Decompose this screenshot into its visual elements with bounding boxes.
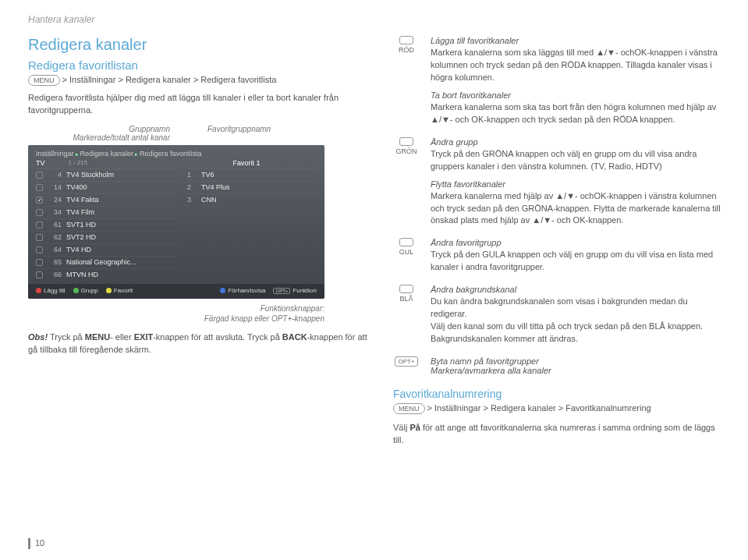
green-dot-icon <box>73 288 79 293</box>
screenshot-annotation-top: Gruppnamn Markerade/totalt antal kanar F… <box>28 125 371 142</box>
green-title-1: Ändra grupp <box>431 137 726 147</box>
fav-num: 2 <box>187 183 197 191</box>
channel-num: 62 <box>48 233 62 241</box>
list-item: 2TV4 Plus <box>187 181 317 193</box>
fav-name: TV6 <box>201 171 317 179</box>
channel-num: 65 <box>48 258 62 266</box>
channel-name: National Geographic... <box>66 258 176 266</box>
fav-num: 3 <box>187 196 197 204</box>
bottom-1: Välj <box>393 423 409 432</box>
obs-back: BACK <box>282 332 307 342</box>
path-text-2: > Inställningar > Redigera kanaler > Fav… <box>425 403 651 413</box>
bottom-2: för att ange att favoritkanalerna ska nu… <box>393 423 715 445</box>
fav-num: 1 <box>187 171 197 179</box>
obs-note: Obs! Tryck på MENU- eller EXIT-knappen f… <box>28 331 371 356</box>
bottom-pa: På <box>409 423 420 432</box>
channel-name: TV4 Film <box>66 208 176 216</box>
channel-name: TV4 HD <box>66 246 176 253</box>
red-body-2: Markera kanalerna som ska tas bort från … <box>431 101 726 126</box>
ss-favgroup: Favorit 1 <box>176 159 317 167</box>
menu-path-1: MENU > Inställningar > Redigera kanaler … <box>28 75 371 86</box>
channel-name: MTVN HD <box>66 271 176 278</box>
channel-name: TV4 Stockholm <box>66 171 176 179</box>
ss-bc3: Redigera favoritlista <box>140 150 202 158</box>
below-anno-1: Funktionsknappar: <box>261 304 324 313</box>
screenshot-annotation-bottom: Funktionsknappar: Färgad knapp eller OPT… <box>28 303 371 324</box>
yellow-body: Tryck på den GULA knappen och välj en gr… <box>431 249 726 274</box>
obs-t2: - eller <box>110 332 134 342</box>
list-item: 61SVT1 HD <box>36 218 176 231</box>
list-item: 64TV4 HD <box>36 243 176 256</box>
list-item: 14TV400 <box>36 181 176 193</box>
favnum-heading: Favoritkanalnumrering <box>393 388 726 400</box>
menu-path-2: MENU > Inställningar > Redigera kanaler … <box>393 403 726 414</box>
channel-num: 61 <box>48 221 62 229</box>
page-title: Redigera kanaler <box>28 36 371 54</box>
channel-num: 66 <box>48 271 62 278</box>
page-header: Hantera kanaler <box>28 14 726 25</box>
channel-name: TV4 Fakta <box>66 196 176 204</box>
obs-t3: -knappen för att avsluta. Tryck på <box>153 332 282 342</box>
yellow-title: Ändra favoritgrupp <box>431 238 726 247</box>
channel-num: 4 <box>48 171 62 179</box>
blue-dot-icon <box>220 288 225 293</box>
red-title-2: Ta bort favoritkanaler <box>431 90 726 100</box>
ss-foot-preview: Förhandsvisa <box>228 287 265 294</box>
yellow-key-icon <box>399 238 413 246</box>
opt-plus-icon: OPT+ <box>273 288 290 294</box>
ss-bc1: Inställningar <box>36 150 74 158</box>
list-item: 62SVT2 HD <box>36 231 176 243</box>
list-item: 3CNN <box>187 193 317 206</box>
green-key-icon <box>399 137 413 146</box>
channel-num: 14 <box>48 183 62 191</box>
blue-key-icon <box>399 285 413 293</box>
red-body-1: Markera kanalerna som ska läggas till me… <box>431 47 726 84</box>
fav-name: TV4 Plus <box>201 183 317 191</box>
checkbox-icon <box>36 271 43 278</box>
ss-foot-add: Lägg till <box>44 287 66 294</box>
channel-num: 64 <box>48 246 62 253</box>
page-number: 10 <box>28 538 44 549</box>
tv-screenshot: Inställningar▸Redigera kanaler▸Redigera … <box>28 145 324 299</box>
channel-name: SVT2 HD <box>66 233 176 241</box>
red-key-label: RÖD <box>393 46 420 54</box>
obs-label: Obs! <box>28 332 48 342</box>
ss-footer: Lägg till Grupp Favorit Förhandsvisa OPT… <box>28 284 324 299</box>
fav-name: CNN <box>201 196 317 204</box>
red-key-icon <box>399 36 413 44</box>
blue-body: Du kan ändra bakgrundskanalen som visas … <box>431 296 726 346</box>
red-dot-icon <box>36 288 41 293</box>
channel-num: 24 <box>48 196 62 204</box>
checkbox-icon: ✓ <box>36 197 43 204</box>
ss-foot-fav: Favorit <box>114 287 133 294</box>
blue-key-label: BLÅ <box>393 295 420 303</box>
opt-key-icon: OPT+ <box>395 356 417 367</box>
checkbox-icon <box>36 246 43 253</box>
anno-groupname: Gruppnamn <box>129 125 170 133</box>
green-body-2: Markera kanalerna med hjälp av ▲/▼- ochO… <box>431 190 726 228</box>
yellow-dot-icon <box>106 288 112 293</box>
list-item: 1TV6 <box>187 168 317 181</box>
channel-name: TV400 <box>66 183 176 191</box>
section-subtitle: Redigera favoritlistan <box>28 58 371 72</box>
ss-count: 1 / 215 <box>69 159 87 166</box>
ss-foot-func: Funktion <box>292 287 317 294</box>
ss-group: TV <box>36 159 45 167</box>
obs-exit: EXIT <box>134 332 153 342</box>
menu-badge-icon: MENU <box>28 75 60 86</box>
anno-marked: Markerade/totalt antal kanar <box>73 133 170 142</box>
checkbox-icon <box>36 259 43 266</box>
green-title-2: Flytta favoritkanaler <box>431 179 726 189</box>
checkbox-icon <box>36 172 43 179</box>
list-item: 65National Geographic... <box>36 256 176 268</box>
yellow-key-label: GUL <box>393 248 420 256</box>
opt-title: Byta namn på favoritgrupper Markera/avma… <box>431 356 726 375</box>
blue-title: Ändra bakgrundskanal <box>431 285 726 294</box>
channel-num: 34 <box>48 208 62 216</box>
path-text: > Inställningar > Redigera kanaler > Red… <box>60 75 277 84</box>
checkbox-icon <box>36 234 43 241</box>
anno-favgroupname: Favoritgruppnamn <box>207 125 271 133</box>
below-anno-2: Färgad knapp eller OPT+-knappen <box>204 314 324 323</box>
checkbox-icon <box>36 209 43 216</box>
channel-name: SVT1 HD <box>66 221 176 229</box>
